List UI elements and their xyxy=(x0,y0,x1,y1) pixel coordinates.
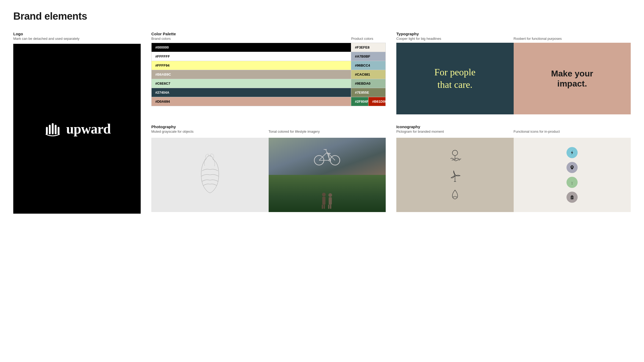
logo-label: Logo xyxy=(13,32,141,36)
color-row: #FFFF94 #96BCC4 xyxy=(152,61,385,70)
typography-label: Typography xyxy=(396,32,631,36)
location-icon xyxy=(569,165,575,170)
typography-box-right: Make your impact. xyxy=(514,43,631,114)
svg-point-29 xyxy=(572,166,573,168)
color-palette-label: Color Palette xyxy=(151,32,386,36)
functional-icons-box xyxy=(514,138,631,212)
typography-sublabel-right: Roobert for functional purposes xyxy=(514,37,631,41)
product-swatch-a7: #A7B0BF xyxy=(351,52,385,61)
clipboard-icon xyxy=(569,195,575,200)
color-row: #FFFFFF #A7B0BF xyxy=(152,52,385,61)
logo-inner: upward xyxy=(43,119,110,138)
iconography-sublabel-left: Pictogram for branded moment xyxy=(396,130,514,133)
typography-sublabel-left: Cooper light for big headlines xyxy=(396,37,514,41)
color-row: #27404A #7E855E xyxy=(152,88,385,97)
logo-sublabel: Mark can be detached and used separately xyxy=(13,37,141,41)
svg-line-11 xyxy=(326,150,327,152)
photo-forest xyxy=(269,175,386,212)
brand-swatch-black: #000000 xyxy=(152,43,351,52)
photography-grid xyxy=(151,138,386,212)
typography-boxes: For people that care. Make your impact. xyxy=(396,43,631,114)
water-recycle-icon xyxy=(448,188,462,201)
color-section: Color Palette Brand colors Product color… xyxy=(151,32,386,116)
photo-lifestyle xyxy=(269,138,386,212)
svg-point-24 xyxy=(452,150,458,156)
typography-box-left: For people that care. xyxy=(396,43,514,114)
svg-rect-18 xyxy=(322,205,323,209)
plant-icon xyxy=(569,180,575,185)
iconography-section: Iconography Pictogram for branded moment… xyxy=(396,124,631,214)
brand-swatch-white: #FFFFFF xyxy=(152,52,351,61)
svg-rect-32 xyxy=(572,195,573,196)
svg-rect-1 xyxy=(49,125,51,134)
photography-section: Photography Muted grayscale for objects … xyxy=(151,124,386,214)
product-swatch-96: #96BCC4 xyxy=(351,61,385,70)
photo-grayscale xyxy=(151,138,269,212)
logo-box: upward xyxy=(13,44,141,214)
svg-rect-4 xyxy=(58,127,59,134)
svg-rect-21 xyxy=(329,197,332,205)
svg-point-16 xyxy=(322,193,326,196)
photo-bike xyxy=(269,138,386,175)
svg-rect-19 xyxy=(324,205,325,209)
brand-swatch-mint: #C6E6C7 xyxy=(152,79,351,88)
brand-swatch-rose: #D0A694 xyxy=(152,97,351,106)
brand-colors-sublabel: Brand colors xyxy=(151,37,351,41)
pictogram-box xyxy=(396,138,514,212)
brand-swatch-yellow: #FFFF94 xyxy=(152,61,351,70)
tree-water-icon xyxy=(448,149,462,163)
typography-section: Typography Cooper light for big headline… xyxy=(396,32,631,116)
lightning-icon xyxy=(569,150,575,155)
iconography-sublabel-right: Functional icons for in-product xyxy=(514,130,631,133)
color-row: #000000 #F3EFE8 xyxy=(152,43,385,52)
photography-sublabel-right: Tonal colored for lifestyle imagery xyxy=(269,130,386,133)
plastic-bag-icon xyxy=(194,154,226,196)
product-colors-sublabel: Product colors xyxy=(351,37,386,41)
product-swatch-9e: #9EBDA0 xyxy=(351,79,385,88)
color-table: #000000 #F3EFE8 #FFFFFF #A7B0BF #FFFF94 … xyxy=(151,43,386,106)
people-icon xyxy=(316,191,338,210)
plant-icon-circle xyxy=(566,177,578,188)
wind-turbine-icon xyxy=(448,168,462,183)
clipboard-icon-circle xyxy=(566,192,578,203)
logo-section: Logo Mark can be detached and used separ… xyxy=(13,32,141,214)
photography-sublabel-left: Muted grayscale for objects xyxy=(151,130,269,133)
location-icon-circle xyxy=(566,162,578,173)
color-row: #C6E6C7 #9EBDA0 xyxy=(152,79,385,88)
make-impact-text: Make your impact. xyxy=(551,68,593,89)
product-swatch-b6: #B61D00 xyxy=(368,97,385,106)
svg-rect-17 xyxy=(322,197,325,205)
color-row: #D0A694 #2F804F #B61D00 xyxy=(152,97,385,106)
product-swatch-7e: #7E855E xyxy=(351,88,385,97)
photography-label: Photography xyxy=(151,124,386,129)
logo-text: upward xyxy=(66,121,110,137)
color-row: #B6AB9C #CAC681 xyxy=(152,70,385,79)
svg-point-20 xyxy=(328,193,332,197)
svg-rect-3 xyxy=(55,125,57,134)
upward-logo-icon xyxy=(43,119,62,138)
for-people-text: For people that care. xyxy=(434,66,475,91)
svg-rect-2 xyxy=(52,123,54,134)
brand-swatch-dark: #27404A xyxy=(152,88,351,97)
svg-line-7 xyxy=(319,152,327,160)
bike-icon xyxy=(311,146,343,167)
svg-rect-0 xyxy=(46,127,48,134)
product-swatch-2f: #2F804F xyxy=(351,97,368,106)
product-swatch-ca: #CAC681 xyxy=(351,70,385,79)
svg-rect-22 xyxy=(328,205,329,209)
lightning-icon-circle xyxy=(566,147,578,158)
iconography-label: Iconography xyxy=(396,124,631,129)
iconography-boxes xyxy=(396,138,631,212)
svg-rect-23 xyxy=(330,205,331,209)
page-title: Brand elements xyxy=(13,11,631,22)
product-swatch-f3: #F3EFE8 xyxy=(351,43,385,52)
brand-swatch-tan: #B6AB9C xyxy=(152,70,351,79)
